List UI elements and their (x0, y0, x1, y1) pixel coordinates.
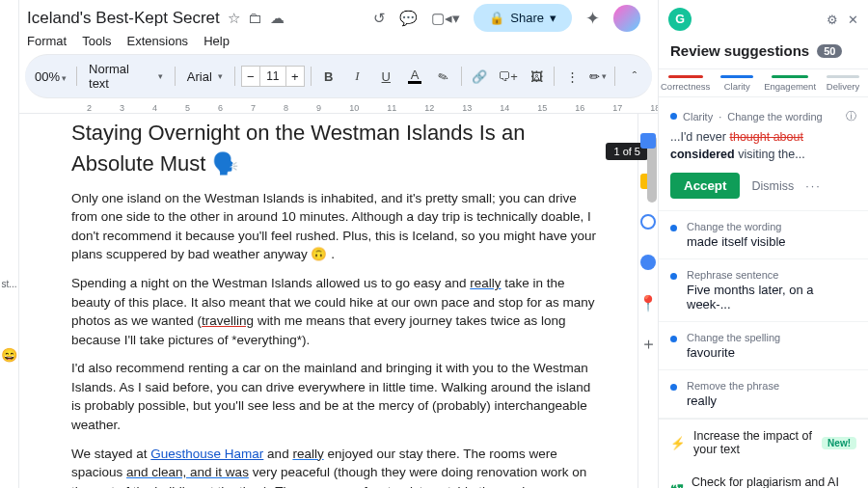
card-rule: Change the wording (727, 111, 822, 122)
document-title[interactable]: Iceland's Best-Kept Secret (27, 9, 220, 28)
fragment-text: st... (1, 279, 16, 289)
share-label: Share (510, 11, 544, 25)
menu-extensions[interactable]: Extensions (127, 34, 189, 48)
text-color-button[interactable]: A (403, 65, 426, 88)
menu-tools[interactable]: Tools (82, 34, 111, 48)
history-icon[interactable]: ↺ (373, 10, 386, 27)
body-paragraph: I'd also recommend renting a car on the … (71, 359, 599, 434)
lock-icon: 🔒 (489, 11, 504, 25)
grammarly-mark: and clean, and it was (126, 465, 249, 479)
scrollbar-track[interactable] (646, 114, 658, 488)
tab-correctness[interactable]: Correctness (659, 69, 712, 96)
more-options-button[interactable]: ··· (805, 179, 821, 193)
insert-image-button[interactable]: 🖼 (525, 65, 548, 88)
grammarly-mark: really (292, 447, 323, 461)
speaking-head-emoji: 🗣️ (212, 151, 238, 176)
category-dot-icon (670, 336, 677, 342)
section-heading: Staying Overnight on the Westman Islands… (71, 118, 599, 179)
grammarly-logo-icon[interactable]: G (668, 8, 692, 31)
italic-button[interactable]: I (346, 65, 369, 88)
chevron-down-icon: ▾ (550, 11, 556, 25)
comments-icon[interactable]: 💬 (399, 10, 418, 27)
body-paragraph: Spending a night on the Westman Islands … (71, 274, 599, 349)
font-family-select[interactable]: Arial▾ (181, 68, 229, 86)
bolt-icon: ⚡ (670, 436, 686, 450)
menu-format[interactable]: Format (27, 34, 67, 48)
toolbar: 00%▾ Normal text▾ Arial▾ − 11 + B I U A … (25, 54, 652, 98)
fragment-emoji: 😄 (1, 347, 17, 363)
feature-impact[interactable]: ⚡ Increase the impact of your text New! (659, 420, 868, 466)
grammarly-header: G ⚙ ✕ (659, 0, 868, 39)
left-fragment-sidebar: st... 😄 (0, 0, 19, 488)
google-docs-main: Iceland's Best-Kept Secret ☆ 🗀 ☁ ↺ 💬 ▢◂▾… (19, 0, 658, 488)
meet-icon[interactable]: ▢◂▾ (431, 10, 460, 27)
new-badge: New! (822, 437, 856, 449)
zoom-select[interactable]: 00%▾ (31, 69, 70, 84)
grammarly-mark: very (336, 484, 361, 488)
dismiss-button[interactable]: Dismiss (751, 179, 794, 193)
editing-mode-select[interactable]: ✏▾ (589, 69, 607, 84)
collapse-toolbar-button[interactable]: ˆ (623, 65, 646, 88)
close-icon[interactable]: ✕ (848, 13, 858, 27)
account-avatar[interactable] (613, 5, 640, 32)
feature-plagiarism[interactable]: ❝❞ Check for plagiarism and AI text (659, 466, 868, 488)
suggestion-card[interactable]: Rephrase sentenceFive months later, on a… (659, 259, 868, 322)
paragraph-style-select[interactable]: Normal text▾ (83, 60, 169, 93)
guesthouse-link[interactable]: Guesthouse Hamar (150, 447, 263, 461)
add-comment-button[interactable]: 🗨+ (497, 65, 520, 88)
menu-bar: Format Tools Extensions Help (19, 32, 658, 54)
suggestion-card[interactable]: Change the wordingmade itself visible (659, 211, 868, 259)
underline-button[interactable]: U (374, 65, 397, 88)
tab-delivery[interactable]: Delivery (818, 69, 868, 96)
category-dot-icon (670, 113, 677, 120)
suggestion-card[interactable]: Remove the phrasereally (659, 370, 868, 419)
grammarly-mark: travelling (202, 313, 254, 328)
accept-button[interactable]: Accept (670, 173, 740, 199)
move-icon[interactable]: 🗀 (248, 10, 262, 26)
insert-link-button[interactable]: 🔗 (468, 65, 491, 88)
category-dot-icon (670, 273, 677, 280)
grammarly-panel: G ⚙ ✕ Review suggestions 50 Correctness … (658, 0, 868, 488)
grammarly-mark: really (470, 276, 501, 290)
gemini-icon[interactable]: ✦ (585, 8, 600, 29)
menu-help[interactable]: Help (203, 34, 230, 48)
grammarly-tabs: Correctness Clarity Engagement Delivery (659, 68, 868, 97)
calendar-icon[interactable] (638, 131, 658, 150)
decrease-font-button[interactable]: − (241, 66, 260, 87)
tab-engagement[interactable]: Engagement (762, 69, 818, 96)
info-icon[interactable]: ⓘ (846, 109, 856, 123)
tab-clarity[interactable]: Clarity (712, 69, 762, 96)
star-icon[interactable]: ☆ (228, 10, 240, 27)
suggestion-count-badge: 50 (817, 44, 842, 58)
increase-font-button[interactable]: + (285, 66, 305, 87)
suggestion-card[interactable]: Change the spellingfavourite (659, 322, 868, 370)
document-page[interactable]: Staying Overnight on the Westman Islands… (71, 118, 599, 488)
body-paragraph: Only one island on the Westman Islands i… (71, 189, 599, 264)
font-size-input[interactable]: 11 (260, 66, 285, 87)
card-category: Clarity (683, 111, 713, 122)
ruler[interactable]: 23456789101112131415161718 (19, 98, 658, 114)
category-dot-icon (670, 384, 677, 391)
category-dot-icon (670, 225, 677, 231)
bold-button[interactable]: B (317, 65, 340, 88)
title-bar: Iceland's Best-Kept Secret ☆ 🗀 ☁ ↺ 💬 ▢◂▾… (19, 0, 658, 32)
document-scroll-area: 23456789101112131415161718 Staying Overn… (19, 98, 658, 488)
more-formatting-button[interactable]: ⋮ (560, 65, 583, 88)
cloud-status-icon[interactable]: ☁ (270, 10, 285, 27)
share-button[interactable]: 🔒 Share ▾ (474, 4, 572, 32)
grammarly-title: Review suggestions 50 (659, 39, 868, 68)
settings-icon[interactable]: ⚙ (827, 13, 838, 27)
body-paragraph: We stayed at Guesthouse Hamar and really… (71, 445, 599, 488)
highlight-button[interactable]: ✎ (429, 62, 459, 92)
quotes-icon: ❝❞ (670, 482, 684, 489)
suggestion-card-expanded[interactable]: Clarity · Change the wording ⓘ ...I'd ne… (659, 97, 868, 211)
card-snippet: ...I'd never thought about considered vi… (670, 129, 856, 163)
